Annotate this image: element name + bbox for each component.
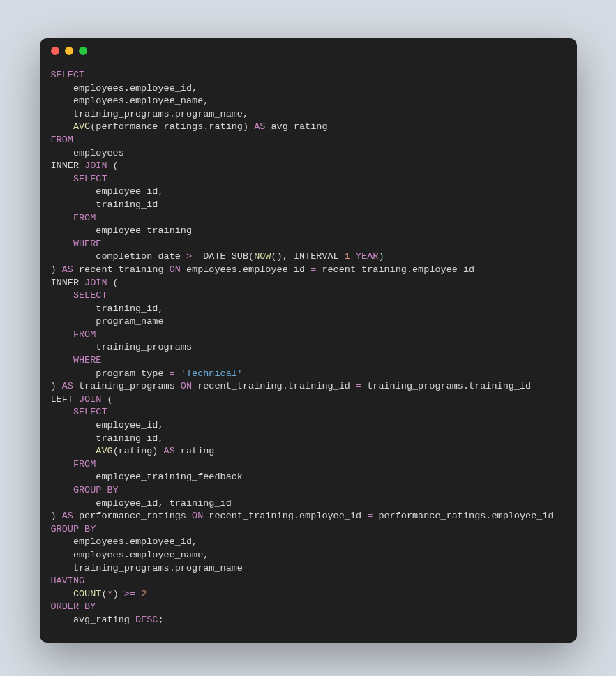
code-token: training_id bbox=[51, 200, 158, 210]
code-token: (performance_ratings.rating) bbox=[90, 121, 254, 132]
code-token bbox=[51, 213, 73, 223]
code-token: SELECT bbox=[51, 70, 85, 80]
code-token: program_type bbox=[51, 368, 170, 379]
code-token: recent_training bbox=[73, 264, 170, 275]
code-token: SELECT bbox=[73, 290, 107, 301]
code-token: JOIN bbox=[84, 278, 107, 288]
code-token: training_programs bbox=[73, 381, 181, 391]
code-token: recent_training.employee_id bbox=[203, 511, 367, 521]
code-token: FROM bbox=[51, 135, 73, 145]
code-token: JOIN bbox=[79, 394, 101, 405]
code-token: 2 bbox=[141, 589, 147, 599]
code-window: SELECT employees.employee_id, employees.… bbox=[40, 38, 577, 643]
code-token: employee_id, training_id bbox=[51, 498, 232, 509]
code-token bbox=[51, 407, 73, 417]
maximize-icon[interactable] bbox=[79, 47, 87, 55]
code-token: INNER bbox=[51, 278, 85, 288]
code-token: (), bbox=[271, 251, 293, 262]
code-token: ( bbox=[107, 160, 119, 171]
code-token: ( bbox=[101, 394, 112, 405]
code-token: AS bbox=[164, 446, 175, 456]
code-token: NOW bbox=[254, 251, 271, 262]
code-token bbox=[339, 251, 345, 262]
code-token bbox=[350, 251, 356, 262]
code-token: AVG bbox=[96, 446, 112, 456]
code-token: ) bbox=[51, 381, 62, 391]
code-token: HAVING bbox=[51, 576, 85, 586]
code-token bbox=[135, 589, 141, 599]
code-token: ON bbox=[181, 381, 192, 391]
code-token bbox=[51, 446, 96, 456]
code-token: COUNT bbox=[73, 589, 102, 599]
code-token: 1 bbox=[345, 251, 350, 262]
code-token bbox=[175, 368, 181, 379]
code-token bbox=[51, 459, 73, 470]
code-token: ( bbox=[101, 589, 107, 599]
code-token: training_programs.program_name, bbox=[51, 109, 249, 119]
code-token: employees.employee_name, bbox=[51, 96, 209, 106]
code-token: * bbox=[107, 589, 113, 599]
code-token: performance_ratings bbox=[73, 511, 192, 521]
code-token: training_id, bbox=[51, 303, 164, 314]
code-token: employee_training bbox=[51, 225, 193, 236]
code-token: employees.employee_name, bbox=[51, 550, 209, 560]
code-token: >= bbox=[186, 251, 197, 262]
code-token: ) bbox=[51, 511, 62, 521]
code-token bbox=[51, 290, 73, 301]
code-token: ON bbox=[192, 511, 203, 521]
code-token: SELECT bbox=[73, 407, 107, 417]
code-token: INNER bbox=[51, 160, 85, 171]
code-token: recent_training.employee_id bbox=[316, 264, 474, 275]
code-token bbox=[51, 589, 73, 599]
code-token: employee_id, bbox=[51, 186, 164, 197]
code-token: FROM bbox=[73, 329, 96, 340]
code-token: DATE_SUB( bbox=[197, 251, 254, 262]
code-token: ) bbox=[378, 251, 384, 262]
code-token: training_programs.training_id bbox=[361, 381, 531, 391]
code-token: training_programs bbox=[51, 342, 193, 352]
code-token: FROM bbox=[73, 213, 96, 223]
window-titlebar bbox=[40, 38, 577, 63]
code-token: JOIN bbox=[84, 160, 107, 171]
code-token: >= bbox=[124, 589, 135, 599]
code-token: program_name bbox=[51, 316, 164, 326]
code-token: AS bbox=[62, 381, 73, 391]
code-token: AVG bbox=[73, 121, 90, 132]
code-token bbox=[51, 485, 73, 495]
code-token: AS bbox=[62, 511, 73, 521]
code-token: AS bbox=[62, 264, 73, 275]
code-token bbox=[51, 355, 73, 366]
code-token: ; bbox=[158, 615, 163, 625]
code-token: WHERE bbox=[73, 239, 102, 249]
code-token: ) bbox=[51, 264, 62, 275]
code-token: ( bbox=[107, 278, 119, 288]
code-token: employee_id, bbox=[51, 420, 164, 430]
code-token: recent_training.training_id bbox=[192, 381, 356, 391]
code-token: employees.employee_id, bbox=[51, 83, 198, 93]
close-icon[interactable] bbox=[51, 47, 59, 55]
code-block: SELECT employees.employee_id, employees.… bbox=[40, 63, 577, 643]
code-token: AS bbox=[254, 121, 265, 132]
code-token: ) bbox=[113, 589, 124, 599]
minimize-icon[interactable] bbox=[65, 47, 73, 55]
code-token: ORDER BY bbox=[51, 601, 96, 612]
code-token bbox=[51, 239, 73, 249]
code-token: 'Technical' bbox=[181, 368, 243, 379]
code-token: YEAR bbox=[356, 251, 378, 262]
code-token: FROM bbox=[73, 459, 96, 470]
code-token: = bbox=[356, 381, 361, 391]
code-token: training_id, bbox=[51, 433, 164, 444]
code-token bbox=[51, 329, 73, 340]
code-token: DESC bbox=[135, 615, 158, 625]
code-token: employees.employee_id, bbox=[51, 536, 198, 547]
code-token: GROUP BY bbox=[73, 485, 119, 495]
code-token: employee_training_feedback bbox=[51, 472, 243, 482]
code-token: WHERE bbox=[73, 355, 102, 366]
code-token bbox=[51, 174, 73, 184]
code-token: LEFT bbox=[51, 394, 80, 405]
code-token: rating bbox=[175, 446, 215, 456]
code-token: performance_ratings.employee_id bbox=[373, 511, 553, 521]
code-token: INTERVAL bbox=[294, 251, 339, 262]
code-token: employees bbox=[51, 148, 124, 158]
code-token: training_programs.program_name bbox=[51, 563, 243, 573]
